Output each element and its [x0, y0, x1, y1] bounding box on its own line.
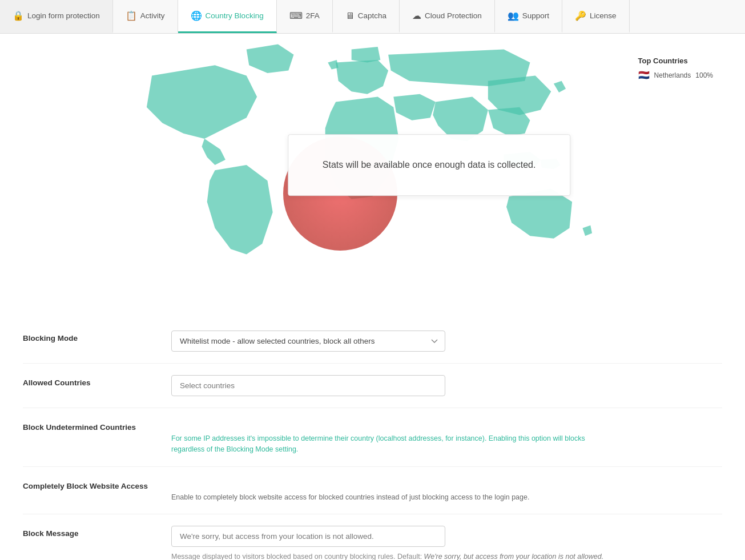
- tab-captcha[interactable]: 🖥 Captcha: [333, 0, 400, 33]
- blocking-mode-control: Whitelist mode - allow selected countrie…: [171, 331, 722, 352]
- block-undetermined-description: For some IP addresses it's impossible to…: [171, 433, 617, 455]
- blocking-mode-label: Blocking Mode: [23, 331, 171, 343]
- allowed-countries-row: Allowed Countries: [23, 364, 722, 408]
- tab-support[interactable]: 👥 Support: [495, 0, 562, 33]
- support-icon: 👥: [508, 10, 519, 21]
- completely-block-description: Enable to completely block website acces…: [171, 492, 617, 503]
- block-undetermined-control: For some IP addresses it's impossible to…: [171, 420, 722, 455]
- allowed-countries-control: [171, 375, 722, 396]
- block-message-row: Block Message Message displayed to visit…: [23, 514, 722, 560]
- completely-block-row: Completely Block Website Access Enable t…: [23, 467, 722, 515]
- login-icon: 🔒: [13, 10, 24, 21]
- tab-country-blocking[interactable]: 🌐 Country Blocking: [178, 0, 277, 33]
- top-country-item: 🇳🇱 Netherlands 100%: [638, 70, 713, 80]
- blocking-mode-select[interactable]: Whitelist mode - allow selected countrie…: [171, 331, 445, 352]
- main-content: Top Countries 🇳🇱 Netherlands 100% Stats …: [0, 34, 745, 560]
- license-icon: 🔑: [575, 10, 586, 21]
- tab-bar: 🔒 Login form protection 📋 Activity 🌐 Cou…: [0, 0, 745, 34]
- stats-overlay: Stats will be available once enough data…: [288, 134, 571, 196]
- captcha-icon: 🖥: [345, 11, 355, 21]
- top-countries-panel: Top Countries 🇳🇱 Netherlands 100%: [629, 51, 722, 86]
- stats-message: Stats will be available once enough data…: [323, 160, 536, 170]
- cloud-icon: ☁: [412, 10, 421, 21]
- allowed-countries-label: Allowed Countries: [23, 375, 171, 387]
- completely-block-control: Enable to completely block website acces…: [171, 478, 722, 503]
- globe-icon: 🌐: [191, 10, 202, 21]
- country-name: Netherlands: [654, 71, 691, 79]
- help-text-default: We're sorry, but access from your locati…: [424, 553, 604, 560]
- tab-2fa[interactable]: ⌨ 2FA: [277, 0, 333, 33]
- country-flag: 🇳🇱: [638, 70, 650, 80]
- settings-section: Blocking Mode Whitelist mode - allow sel…: [0, 296, 745, 560]
- map-section: Top Countries 🇳🇱 Netherlands 100% Stats …: [0, 34, 745, 296]
- tab-login-form[interactable]: 🔒 Login form protection: [0, 0, 113, 33]
- tab-license[interactable]: 🔑 License: [562, 0, 630, 33]
- block-undetermined-row: Block Undetermined Countries For some IP…: [23, 408, 722, 467]
- tab-activity[interactable]: 📋 Activity: [113, 0, 178, 33]
- block-message-control: Message displayed to visitors blocked ba…: [171, 526, 722, 560]
- block-message-help: Message displayed to visitors blocked ba…: [171, 551, 617, 560]
- block-message-input[interactable]: [171, 526, 445, 547]
- help-text-prefix: Message displayed to visitors blocked ba…: [171, 553, 424, 560]
- 2fa-icon: ⌨: [289, 10, 303, 21]
- blocking-mode-row: Blocking Mode Whitelist mode - allow sel…: [23, 319, 722, 364]
- completely-block-label: Completely Block Website Access: [23, 478, 171, 490]
- activity-icon: 📋: [126, 10, 137, 21]
- app-container: 🔒 Login form protection 📋 Activity 🌐 Cou…: [0, 0, 745, 560]
- block-message-label: Block Message: [23, 526, 171, 538]
- tab-cloud-protection[interactable]: ☁ Cloud Protection: [400, 0, 495, 33]
- top-countries-title: Top Countries: [638, 57, 713, 65]
- block-undetermined-label: Block Undetermined Countries: [23, 420, 171, 432]
- allowed-countries-input[interactable]: [171, 375, 445, 396]
- country-percent: 100%: [695, 71, 713, 79]
